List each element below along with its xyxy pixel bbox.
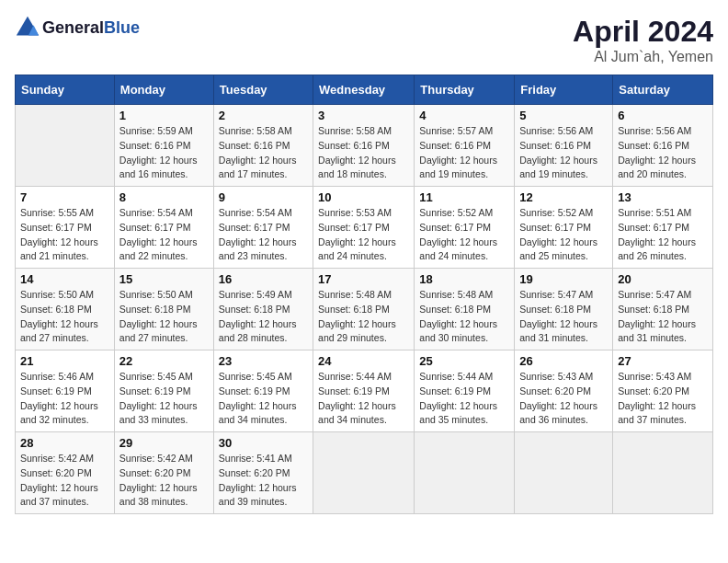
day-number: 8 [119, 190, 209, 204]
day-info: Sunrise: 5:55 AM Sunset: 6:17 PM Dayligh… [20, 206, 109, 264]
calendar-day-cell: 21Sunrise: 5:46 AM Sunset: 6:19 PM Dayli… [16, 350, 115, 432]
day-info: Sunrise: 5:58 AM Sunset: 6:16 PM Dayligh… [318, 124, 409, 182]
weekday-header: Sunday [16, 75, 115, 105]
logo-general: General [42, 18, 104, 37]
day-info: Sunrise: 5:47 AM Sunset: 6:18 PM Dayligh… [618, 288, 708, 346]
day-number: 13 [618, 190, 708, 204]
calendar-day-cell: 6Sunrise: 5:56 AM Sunset: 6:16 PM Daylig… [613, 105, 713, 187]
day-number: 3 [318, 109, 409, 122]
calendar-day-cell: 29Sunrise: 5:42 AM Sunset: 6:20 PM Dayli… [114, 432, 213, 514]
calendar-day-cell: 23Sunrise: 5:45 AM Sunset: 6:19 PM Dayli… [213, 350, 313, 432]
day-info: Sunrise: 5:45 AM Sunset: 6:19 PM Dayligh… [119, 370, 209, 428]
day-info: Sunrise: 5:45 AM Sunset: 6:19 PM Dayligh… [219, 370, 308, 428]
day-info: Sunrise: 5:46 AM Sunset: 6:19 PM Dayligh… [20, 370, 109, 428]
calendar-day-cell: 13Sunrise: 5:51 AM Sunset: 6:17 PM Dayli… [613, 187, 713, 269]
day-info: Sunrise: 5:53 AM Sunset: 6:17 PM Dayligh… [318, 206, 409, 264]
day-info: Sunrise: 5:41 AM Sunset: 6:20 PM Dayligh… [219, 452, 308, 510]
day-number: 1 [119, 109, 209, 122]
calendar-day-cell [613, 432, 713, 514]
day-number: 28 [20, 436, 109, 450]
calendar-day-cell: 24Sunrise: 5:44 AM Sunset: 6:19 PM Dayli… [313, 350, 415, 432]
page-header: GeneralBlue April 2024 Al Jum`ah, Yemen [15, 15, 713, 65]
calendar-day-cell: 14Sunrise: 5:50 AM Sunset: 6:18 PM Dayli… [16, 269, 115, 350]
day-info: Sunrise: 5:44 AM Sunset: 6:19 PM Dayligh… [318, 370, 409, 428]
day-number: 24 [318, 354, 409, 368]
calendar-day-cell: 9Sunrise: 5:54 AM Sunset: 6:17 PM Daylig… [213, 187, 313, 269]
day-info: Sunrise: 5:50 AM Sunset: 6:18 PM Dayligh… [119, 288, 209, 346]
day-number: 29 [119, 436, 209, 450]
calendar-day-cell: 25Sunrise: 5:44 AM Sunset: 6:19 PM Dayli… [415, 350, 515, 432]
calendar-week-row: 7Sunrise: 5:55 AM Sunset: 6:17 PM Daylig… [16, 187, 713, 269]
day-number: 20 [618, 272, 708, 286]
calendar-day-cell [16, 105, 115, 187]
calendar-day-cell: 8Sunrise: 5:54 AM Sunset: 6:17 PM Daylig… [114, 187, 213, 269]
calendar-day-cell: 4Sunrise: 5:57 AM Sunset: 6:16 PM Daylig… [415, 105, 515, 187]
day-number: 16 [219, 272, 308, 286]
day-number: 25 [419, 354, 509, 368]
day-info: Sunrise: 5:58 AM Sunset: 6:16 PM Dayligh… [219, 124, 308, 182]
location-title: Al Jum`ah, Yemen [573, 49, 713, 65]
day-number: 15 [119, 272, 209, 286]
day-number: 12 [519, 190, 608, 204]
calendar-day-cell: 5Sunrise: 5:56 AM Sunset: 6:16 PM Daylig… [515, 105, 613, 187]
day-info: Sunrise: 5:42 AM Sunset: 6:20 PM Dayligh… [119, 452, 209, 510]
day-number: 30 [219, 436, 308, 450]
day-number: 7 [20, 190, 109, 204]
calendar-day-cell: 28Sunrise: 5:42 AM Sunset: 6:20 PM Dayli… [16, 432, 115, 514]
calendar-day-cell: 15Sunrise: 5:50 AM Sunset: 6:18 PM Dayli… [114, 269, 213, 350]
calendar-day-cell: 2Sunrise: 5:58 AM Sunset: 6:16 PM Daylig… [213, 105, 313, 187]
day-info: Sunrise: 5:52 AM Sunset: 6:17 PM Dayligh… [519, 206, 608, 264]
weekday-header: Tuesday [213, 75, 313, 105]
weekday-header: Thursday [415, 75, 515, 105]
day-number: 18 [419, 272, 509, 286]
weekday-header: Monday [114, 75, 213, 105]
calendar-table: SundayMondayTuesdayWednesdayThursdayFrid… [15, 75, 713, 514]
day-info: Sunrise: 5:43 AM Sunset: 6:20 PM Dayligh… [618, 370, 708, 428]
calendar-week-row: 14Sunrise: 5:50 AM Sunset: 6:18 PM Dayli… [16, 269, 713, 350]
calendar-day-cell [313, 432, 415, 514]
day-number: 10 [318, 190, 409, 204]
day-number: 5 [519, 109, 608, 122]
calendar-day-cell: 18Sunrise: 5:48 AM Sunset: 6:18 PM Dayli… [415, 269, 515, 350]
day-info: Sunrise: 5:52 AM Sunset: 6:17 PM Dayligh… [419, 206, 509, 264]
day-info: Sunrise: 5:59 AM Sunset: 6:16 PM Dayligh… [119, 124, 209, 182]
calendar-week-row: 21Sunrise: 5:46 AM Sunset: 6:19 PM Dayli… [16, 350, 713, 432]
calendar-day-cell: 26Sunrise: 5:43 AM Sunset: 6:20 PM Dayli… [515, 350, 613, 432]
day-info: Sunrise: 5:42 AM Sunset: 6:20 PM Dayligh… [20, 452, 109, 510]
day-info: Sunrise: 5:44 AM Sunset: 6:19 PM Dayligh… [419, 370, 509, 428]
calendar-day-cell: 30Sunrise: 5:41 AM Sunset: 6:20 PM Dayli… [213, 432, 313, 514]
title-area: April 2024 Al Jum`ah, Yemen [573, 15, 713, 65]
weekday-header: Saturday [613, 75, 713, 105]
calendar-header-row: SundayMondayTuesdayWednesdayThursdayFrid… [16, 75, 713, 105]
calendar-day-cell: 12Sunrise: 5:52 AM Sunset: 6:17 PM Dayli… [515, 187, 613, 269]
day-number: 21 [20, 354, 109, 368]
calendar-day-cell: 27Sunrise: 5:43 AM Sunset: 6:20 PM Dayli… [613, 350, 713, 432]
day-number: 19 [519, 272, 608, 286]
calendar-day-cell: 19Sunrise: 5:47 AM Sunset: 6:18 PM Dayli… [515, 269, 613, 350]
calendar-day-cell [515, 432, 613, 514]
weekday-header: Wednesday [313, 75, 415, 105]
day-info: Sunrise: 5:56 AM Sunset: 6:16 PM Dayligh… [519, 124, 608, 182]
day-info: Sunrise: 5:48 AM Sunset: 6:18 PM Dayligh… [419, 288, 509, 346]
calendar-day-cell: 20Sunrise: 5:47 AM Sunset: 6:18 PM Dayli… [613, 269, 713, 350]
day-info: Sunrise: 5:54 AM Sunset: 6:17 PM Dayligh… [219, 206, 308, 264]
calendar-day-cell [415, 432, 515, 514]
day-number: 2 [219, 109, 308, 122]
calendar-week-row: 28Sunrise: 5:42 AM Sunset: 6:20 PM Dayli… [16, 432, 713, 514]
calendar-day-cell: 1Sunrise: 5:59 AM Sunset: 6:16 PM Daylig… [114, 105, 213, 187]
calendar-day-cell: 22Sunrise: 5:45 AM Sunset: 6:19 PM Dayli… [114, 350, 213, 432]
day-number: 22 [119, 354, 209, 368]
day-number: 6 [618, 109, 708, 122]
day-number: 4 [419, 109, 509, 122]
logo-blue: Blue [104, 18, 140, 37]
calendar-week-row: 1Sunrise: 5:59 AM Sunset: 6:16 PM Daylig… [16, 105, 713, 187]
day-info: Sunrise: 5:56 AM Sunset: 6:16 PM Dayligh… [618, 124, 708, 182]
day-number: 27 [618, 354, 708, 368]
calendar-day-cell: 17Sunrise: 5:48 AM Sunset: 6:18 PM Dayli… [313, 269, 415, 350]
calendar-day-cell: 16Sunrise: 5:49 AM Sunset: 6:18 PM Dayli… [213, 269, 313, 350]
day-info: Sunrise: 5:43 AM Sunset: 6:20 PM Dayligh… [519, 370, 608, 428]
day-number: 11 [419, 190, 509, 204]
day-info: Sunrise: 5:49 AM Sunset: 6:18 PM Dayligh… [219, 288, 308, 346]
day-info: Sunrise: 5:47 AM Sunset: 6:18 PM Dayligh… [519, 288, 608, 346]
day-info: Sunrise: 5:57 AM Sunset: 6:16 PM Dayligh… [419, 124, 509, 182]
